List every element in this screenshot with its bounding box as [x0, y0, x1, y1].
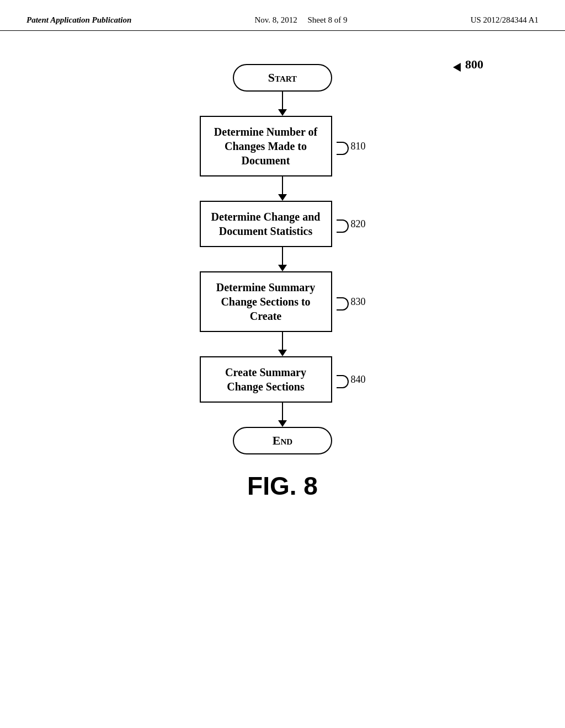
arrow-head-4 — [278, 350, 287, 356]
arrow-3 — [278, 247, 287, 271]
step-810-text: Determine Number of Changes Made to Docu… — [214, 126, 317, 167]
step-810-label: 810 — [337, 138, 366, 154]
step-830-label: 830 — [337, 294, 366, 309]
arrow-1 — [278, 92, 287, 116]
step-820-id: 820 — [351, 218, 366, 230]
step-810-row: Determine Number of Changes Made to Docu… — [167, 116, 398, 176]
arrow-head-3 — [278, 265, 287, 271]
arrow-4 — [278, 332, 287, 356]
step-810-id: 810 — [351, 141, 366, 152]
step-840-text: Create Summary Change Sections — [225, 366, 306, 393]
arrow-head-5 — [278, 420, 287, 427]
step-830-row: Determine Summary Change Sections to Cre… — [167, 271, 398, 332]
step-820-label: 820 — [337, 216, 366, 232]
arrow-line-5 — [282, 403, 284, 420]
publication-date: Nov. 8, 2012 — [254, 15, 297, 24]
step-820-text: Determine Change and Document Statistics — [211, 211, 321, 237]
step-840-box: Create Summary Change Sections — [200, 356, 332, 403]
arrow-line-3 — [282, 247, 284, 265]
step-840-row: Create Summary Change Sections 840 — [167, 356, 398, 403]
arrow-head-1 — [278, 109, 287, 116]
step-830-box: Determine Summary Change Sections to Cre… — [200, 271, 332, 332]
figure-caption: FIG. 8 — [247, 471, 318, 501]
flowchart: Start Determine Number of Changes Made t… — [167, 64, 398, 454]
step-840-id: 840 — [351, 374, 366, 386]
step-820-box: Determine Change and Document Statistics — [200, 201, 332, 247]
arrow-head-2 — [278, 194, 287, 201]
step-840-label: 840 — [337, 372, 366, 387]
step-830-text: Determine Summary Change Sections to Cre… — [216, 281, 315, 322]
publication-title: Patent Application Publication — [26, 15, 131, 25]
main-content: 800 Start Determine Number of Changes Ma… — [0, 31, 565, 512]
start-terminal: Start — [233, 64, 332, 92]
patent-number: US 2012/284344 A1 — [471, 15, 539, 25]
page-header: Patent Application Publication Nov. 8, 2… — [0, 0, 565, 31]
end-label: End — [273, 433, 292, 447]
arrow-line-4 — [282, 332, 284, 350]
step-810-box: Determine Number of Changes Made to Docu… — [200, 116, 332, 176]
start-label: Start — [268, 71, 297, 84]
arrow-line-1 — [282, 92, 284, 109]
header-center: Nov. 8, 2012 Sheet 8 of 9 — [254, 15, 347, 25]
step-820-row: Determine Change and Document Statistics… — [167, 201, 398, 247]
end-terminal: End — [233, 427, 332, 454]
sheet-info: Sheet 8 of 9 — [307, 15, 347, 24]
arrow-line-2 — [282, 176, 284, 194]
arrow-2 — [278, 176, 287, 201]
arrow-5 — [278, 403, 287, 427]
figure-number-label: 800 — [465, 57, 483, 72]
step-830-id: 830 — [351, 296, 366, 308]
